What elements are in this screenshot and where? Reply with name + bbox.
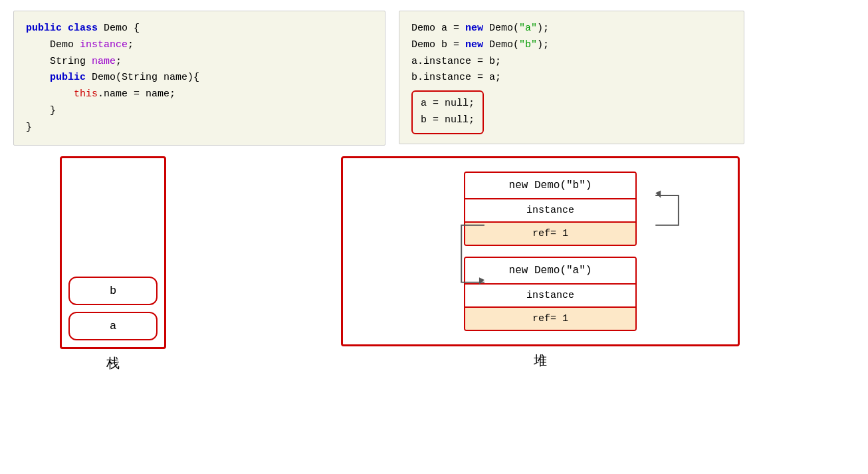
null-box: a = null; b = null; — [411, 90, 484, 134]
top-row: public class Demo { Demo instance; Strin… — [13, 11, 855, 146]
stack-item-b: b — [68, 277, 158, 305]
heap-object-a-instance: instance — [465, 285, 635, 308]
left-code-panel: public class Demo { Demo instance; Strin… — [13, 11, 385, 146]
code-indent: Demo — [26, 39, 80, 51]
right-code-panel: Demo a = new Demo("a"); Demo b = new Dem… — [399, 11, 744, 144]
heap-object-b-instance: instance — [465, 199, 635, 223]
heap-object-b-title: new Demo("b") — [465, 173, 635, 199]
stack-section: b a 栈 — [13, 156, 213, 372]
class-name: Demo { — [104, 23, 140, 34]
code-line-2: Demo instance; — [26, 37, 373, 54]
heap-object-a-title: new Demo("a") — [465, 258, 635, 285]
null-line-2: b = null; — [421, 112, 475, 129]
kw-this: this — [74, 88, 98, 100]
code-line-3: String name; — [26, 54, 373, 70]
kw-public2: public — [50, 72, 92, 83]
code-line-6: } — [26, 103, 373, 120]
kw-public: public — [26, 23, 68, 34]
right-code-line-2: Demo b = new Demo("b"); — [411, 37, 732, 54]
code-line-4: public Demo(String name){ — [26, 70, 373, 86]
heap-objects: new Demo("b") instance ref= 1 new Demo("… — [363, 172, 718, 331]
null-line-1: a = null; — [421, 96, 475, 112]
field-name: name — [92, 56, 116, 67]
heap-label: 堆 — [534, 352, 547, 370]
stack-item-a: a — [68, 312, 158, 340]
kw-class: class — [68, 23, 104, 34]
right-code-line-4: b.instance = a; — [411, 70, 732, 86]
code-line-5: this.name = name; — [26, 86, 373, 103]
heap-object-b-ref: ref= 1 — [465, 223, 635, 245]
heap-object-b: new Demo("b") instance ref= 1 — [464, 172, 637, 246]
heap-object-a-ref: ref= 1 — [465, 308, 635, 330]
bottom-row: b a 栈 new Demo("b") instance ref= 1 new … — [13, 156, 855, 372]
field-instance: instance — [80, 39, 128, 51]
code-line-7: } — [26, 120, 373, 136]
stack-label: 栈 — [106, 354, 120, 372]
heap-container: new Demo("b") instance ref= 1 new Demo("… — [341, 156, 740, 346]
stack-container: b a — [60, 156, 166, 349]
code-line-1: public class Demo { — [26, 21, 373, 37]
right-code-line-3: a.instance = b; — [411, 54, 732, 70]
right-code-line-1: Demo a = new Demo("a"); — [411, 21, 732, 37]
heap-section: new Demo("b") instance ref= 1 new Demo("… — [226, 156, 855, 370]
heap-object-a: new Demo("a") instance ref= 1 — [464, 257, 637, 331]
main-container: public class Demo { Demo instance; Strin… — [0, 0, 868, 383]
